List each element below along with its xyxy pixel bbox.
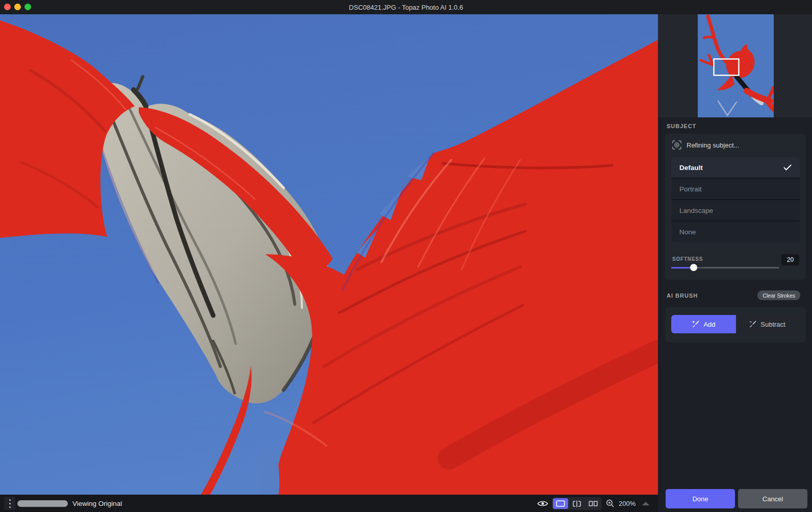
navigator-strip — [658, 14, 812, 117]
subject-panel: Refining subject... Default Portrait Lan… — [665, 134, 806, 280]
subject-option-default[interactable]: Default — [671, 157, 800, 178]
brush-add-icon — [692, 321, 699, 328]
softness-label: SOFTNESS — [672, 256, 703, 262]
zoom-window-button[interactable] — [24, 4, 31, 10]
progress-bar — [17, 500, 68, 507]
side-by-side-view-button[interactable] — [586, 498, 601, 509]
image-canvas[interactable] — [0, 14, 658, 495]
brush-mode-segmented: Add Subtract — [671, 315, 798, 333]
brush-add-button[interactable]: Add — [671, 315, 736, 333]
window-title: DSC08421.JPG - Topaz Photo AI 1.0.6 — [349, 4, 463, 11]
single-view-button[interactable] — [553, 498, 568, 509]
masked-photo — [0, 14, 658, 495]
cancel-button[interactable]: Cancel — [738, 489, 807, 508]
subject-option-portrait[interactable]: Portrait — [671, 179, 800, 199]
navigator-thumbnail[interactable] — [698, 14, 774, 117]
subject-options-list: Default Portrait Landscape None — [671, 157, 800, 242]
status-bar: Viewing Original — [0, 495, 658, 512]
refining-status-text: Refining subject... — [687, 141, 739, 149]
softness-slider[interactable] — [671, 266, 779, 269]
viewing-status: Viewing Original — [72, 495, 122, 512]
menu-kebab-icon[interactable] — [4, 497, 15, 510]
caret-up-icon[interactable] — [642, 502, 649, 505]
zoom-in-icon[interactable] — [606, 499, 615, 508]
subject-option-landscape[interactable]: Landscape — [671, 200, 800, 221]
eye-icon — [537, 500, 548, 507]
ai-brush-panel: Add Subtract — [665, 307, 806, 343]
ai-brush-section-label: AI BRUSH — [667, 292, 698, 299]
subject-detect-icon — [672, 140, 681, 150]
preview-toggle-button[interactable] — [536, 499, 550, 508]
split-view-icon — [572, 500, 581, 507]
right-panel: SUBJECT Refining subject... Default — [658, 14, 812, 512]
softness-slider-thumb[interactable] — [690, 264, 697, 271]
subject-section-label: SUBJECT — [667, 123, 696, 129]
split-view-button[interactable] — [569, 498, 585, 509]
softness-value[interactable]: 20 — [781, 254, 799, 265]
refining-status-row: Refining subject... — [672, 140, 739, 150]
clear-strokes-button[interactable]: Clear Strokes — [757, 290, 800, 300]
minimize-window-button[interactable] — [14, 4, 21, 10]
subject-option-none[interactable]: None — [671, 222, 800, 242]
brush-subtract-icon — [749, 321, 756, 328]
brush-subtract-button[interactable]: Subtract — [736, 315, 798, 333]
side-by-side-view-icon — [589, 500, 598, 507]
view-mode-group — [552, 497, 602, 510]
close-window-button[interactable] — [4, 4, 11, 10]
checkmark-icon — [783, 164, 792, 170]
title-bar: DSC08421.JPG - Topaz Photo AI 1.0.6 — [0, 0, 812, 14]
zoom-level[interactable]: 200% — [619, 495, 636, 512]
done-button[interactable]: Done — [666, 489, 735, 508]
single-view-icon — [556, 500, 565, 507]
